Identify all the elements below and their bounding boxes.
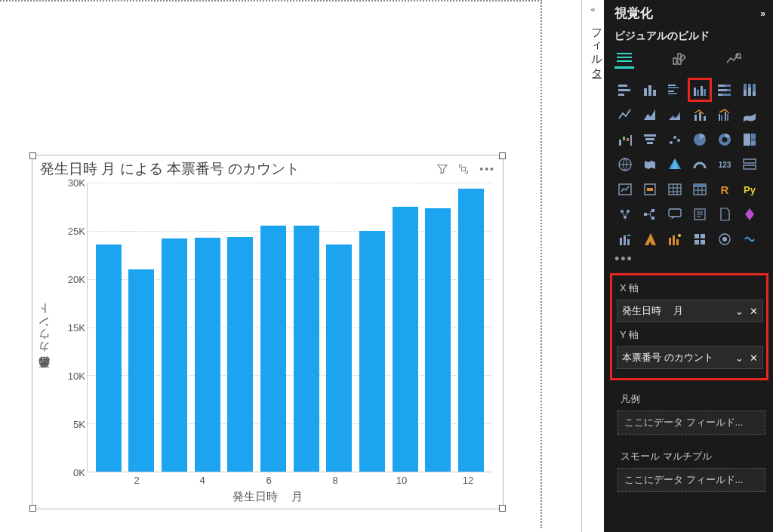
- custom-visual-2-icon[interactable]: [714, 229, 735, 250]
- bars-container: [88, 183, 492, 472]
- filled-map-icon[interactable]: [639, 154, 661, 175]
- bar[interactable]: [128, 269, 154, 472]
- bar[interactable]: [162, 238, 187, 472]
- more-visuals-ellipsis[interactable]: •••: [604, 251, 773, 270]
- x-tick: 4: [199, 475, 205, 486]
- qa-visual-icon[interactable]: [664, 204, 685, 225]
- legend-section-label: 凡例: [617, 389, 765, 411]
- legend-field-well[interactable]: ここにデータ フィールド...: [617, 411, 765, 435]
- y-tick: 0K: [66, 467, 85, 478]
- stacked-area-icon[interactable]: [664, 104, 685, 125]
- area-chart-icon[interactable]: [639, 104, 661, 125]
- visualizations-panel: 視覚化 » ビジュアルのビルド: [604, 0, 773, 532]
- bar[interactable]: [227, 237, 253, 472]
- remove-field-icon[interactable]: ✕: [750, 306, 758, 317]
- get-more-visuals-icon[interactable]: [739, 229, 760, 250]
- bar[interactable]: [195, 238, 220, 472]
- filters-panel-collapsed[interactable]: « フィルター: [581, 0, 604, 532]
- map-icon[interactable]: [614, 154, 636, 175]
- table-icon[interactable]: [664, 179, 685, 200]
- paginated-report-icon[interactable]: [714, 204, 735, 225]
- svg-rect-54: [751, 140, 756, 146]
- svg-rect-1: [617, 53, 632, 54]
- pie-chart-icon[interactable]: [689, 129, 710, 150]
- bar[interactable]: [393, 207, 418, 472]
- card-icon[interactable]: 123: [714, 154, 735, 175]
- x-axis-section-label: X 軸: [617, 278, 763, 300]
- donut-chart-icon[interactable]: [714, 129, 735, 150]
- svg-rect-31: [753, 91, 756, 96]
- stacked-bar-horizontal-icon[interactable]: [614, 79, 636, 100]
- svg-rect-8: [618, 94, 624, 96]
- scatter-chart-icon[interactable]: [664, 129, 685, 150]
- bar[interactable]: [458, 189, 484, 472]
- power-apps-icon[interactable]: [739, 204, 760, 225]
- svg-rect-92: [701, 240, 705, 244]
- y-tick: 25K: [66, 226, 85, 237]
- more-options-icon[interactable]: •••: [479, 163, 495, 175]
- report-canvas[interactable]: 発生日時 月 による 本票番号 のカウント ••• 本票番号 のカウント 30K…: [0, 0, 542, 532]
- y-axis-field-well[interactable]: 本票番号 のカウント ⌄ ✕: [617, 346, 763, 369]
- svg-point-48: [677, 139, 680, 142]
- svg-rect-37: [725, 112, 726, 121]
- power-automate-icon[interactable]: [614, 229, 636, 250]
- svg-rect-57: [744, 165, 756, 169]
- tab-format-visual[interactable]: [669, 49, 688, 69]
- svg-rect-45: [647, 142, 653, 144]
- smart-narrative-icon[interactable]: [689, 204, 710, 225]
- svg-rect-38: [727, 114, 728, 121]
- x-axis-field-well[interactable]: 発生日時 月 ⌄ ✕: [617, 300, 763, 322]
- field-wells-highlighted: X 軸 発生日時 月 ⌄ ✕ Y 軸 本票番号 のカウント ⌄ ✕: [610, 273, 768, 380]
- key-influencers-icon[interactable]: [614, 204, 636, 225]
- bar[interactable]: [294, 226, 319, 472]
- line-stacked-column-icon[interactable]: [689, 104, 710, 125]
- tab-build-visual[interactable]: [614, 49, 634, 69]
- svg-rect-43: [644, 134, 656, 137]
- python-visual-icon[interactable]: Py: [739, 179, 760, 200]
- decomposition-tree-icon[interactable]: [639, 204, 661, 225]
- filter-icon[interactable]: [437, 164, 448, 174]
- chart-visual-tile[interactable]: 発生日時 月 による 本票番号 のカウント ••• 本票番号 のカウント 30K…: [32, 155, 504, 509]
- multi-row-card-icon[interactable]: [739, 154, 760, 175]
- bar[interactable]: [359, 231, 385, 472]
- expand-panel-icon[interactable]: »: [760, 8, 765, 19]
- small-multiples-well[interactable]: ここにデータ フィールド...: [617, 468, 765, 492]
- funnel-chart-icon[interactable]: [639, 129, 661, 150]
- azure-map-icon[interactable]: [664, 154, 685, 175]
- focus-mode-icon[interactable]: [458, 164, 469, 174]
- gauge-icon[interactable]: [689, 154, 710, 175]
- bar[interactable]: [425, 208, 451, 472]
- stacked-column-100-icon[interactable]: [739, 79, 760, 100]
- line-clustered-column-icon[interactable]: [714, 104, 735, 125]
- bar[interactable]: [326, 244, 352, 472]
- chevron-down-icon[interactable]: ⌄: [735, 306, 744, 317]
- slicer-icon[interactable]: [639, 179, 661, 200]
- chevron-down-icon[interactable]: ⌄: [735, 352, 744, 364]
- svg-rect-32: [694, 115, 697, 121]
- custom-visual-1-icon[interactable]: [689, 229, 710, 250]
- clustered-column-icon[interactable]: [689, 79, 710, 100]
- stacked-bar-100-icon[interactable]: [714, 79, 735, 100]
- remove-field-icon[interactable]: ✕: [750, 352, 758, 364]
- sparkline-icon[interactable]: [664, 229, 685, 250]
- expand-filters-icon[interactable]: «: [582, 5, 604, 14]
- bar[interactable]: [260, 226, 286, 472]
- stacked-column-icon[interactable]: [639, 79, 661, 100]
- ribbon-chart-icon[interactable]: [739, 104, 760, 125]
- treemap-icon[interactable]: [739, 129, 760, 150]
- y-tick: 15K: [66, 322, 85, 334]
- kpi-icon[interactable]: [614, 179, 636, 200]
- svg-line-5: [740, 57, 741, 59]
- svg-rect-29: [748, 88, 751, 96]
- line-chart-icon[interactable]: [614, 104, 636, 125]
- x-tick: 8: [332, 475, 337, 486]
- bar[interactable]: [96, 244, 122, 472]
- tab-analytics[interactable]: [723, 49, 743, 69]
- waterfall-chart-icon[interactable]: [614, 129, 636, 150]
- svg-rect-40: [623, 137, 625, 140]
- arcgis-icon[interactable]: [639, 229, 661, 250]
- matrix-icon[interactable]: [689, 179, 710, 200]
- r-visual-icon[interactable]: R: [714, 179, 735, 200]
- svg-rect-86: [673, 235, 675, 245]
- clustered-bar-icon[interactable]: [664, 79, 685, 100]
